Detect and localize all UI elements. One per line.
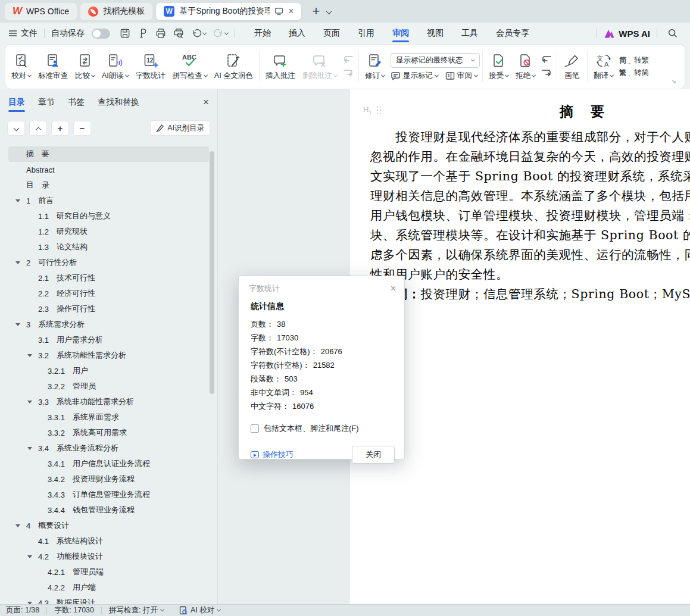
drag-handle-icon[interactable]	[376, 105, 382, 114]
toc-item[interactable]: 摘 要	[8, 146, 209, 162]
toc-item[interactable]: 4 概要设计	[8, 518, 209, 533]
tab-document-active[interactable]: W 基于Spring Boot的投资理财 ×	[156, 3, 301, 20]
toc-item[interactable]: 目 录	[8, 177, 209, 193]
standard-review-button[interactable]: 标准审查	[35, 50, 71, 83]
ribbon-tab[interactable]: 会员专享	[496, 23, 529, 44]
sidebar-scrollbar-thumb[interactable]	[210, 151, 214, 394]
previous-change-icon[interactable]	[541, 55, 552, 65]
toc-item[interactable]: 3.4 系统业务流程分析	[8, 440, 209, 456]
toc-expand-arrow-icon[interactable]	[27, 246, 38, 249]
new-tab-button[interactable]: +	[312, 5, 320, 18]
toc-item[interactable]: 3.2 系统功能性需求分析	[8, 348, 209, 363]
toc-item[interactable]: 3 系统需求分析	[8, 317, 209, 332]
toc-item[interactable]: 4.3 数据库设计	[8, 595, 209, 604]
ribbon-tab[interactable]: 审阅	[392, 23, 409, 44]
toc-item[interactable]: 3.4.4 钱包管理业务流程	[8, 502, 209, 518]
toc-expand-arrow-icon[interactable]	[15, 153, 26, 156]
autosave-toggle[interactable]	[92, 29, 110, 39]
toc-item[interactable]: 4.1 系统结构设计	[8, 533, 209, 549]
sidebar-tab[interactable]: 目录	[8, 89, 25, 115]
ribbon-tab[interactable]: 工具	[461, 23, 478, 44]
ribbon-tab[interactable]: 插入	[289, 23, 305, 44]
toc-item[interactable]: 1.3 论文结构	[8, 239, 209, 255]
toc-item[interactable]: 3.3 系统非功能性需求分析	[8, 394, 209, 409]
translate-button[interactable]: 文A 翻译	[590, 50, 617, 83]
toc-expand-arrow-icon[interactable]	[37, 571, 48, 574]
file-menu[interactable]: 文件	[8, 28, 38, 39]
sidebar-tab[interactable]: 查找和替换	[98, 89, 139, 115]
toc-expand-arrow-icon[interactable]	[27, 540, 38, 543]
sidebar-close-icon[interactable]: ×	[203, 96, 209, 108]
reject-revision-button[interactable]: 拒绝	[512, 50, 539, 83]
next-change-icon[interactable]	[541, 69, 552, 79]
toc-item[interactable]: 3.4.1 用户信息认证业务流程	[8, 456, 209, 471]
toc-collapse-all-button[interactable]	[29, 121, 47, 136]
toc-item[interactable]: 1 前言	[8, 193, 209, 208]
toc-expand-arrow-icon[interactable]	[37, 431, 48, 434]
toc-expand-arrow-icon[interactable]	[37, 493, 48, 496]
toc-item[interactable]: 1.1 研究目的与意义	[8, 208, 209, 224]
toc-item[interactable]: 4.2 功能模块设计	[8, 549, 209, 564]
toc-expand-arrow-icon[interactable]	[37, 478, 48, 481]
toc-expand-arrow-icon[interactable]	[27, 308, 38, 311]
proofread-button[interactable]: 校对	[8, 50, 35, 83]
toc-item[interactable]: 3.2.1 用户	[8, 363, 209, 379]
toc-expand-arrow-icon[interactable]	[37, 462, 48, 465]
tab-docer-templates[interactable]: 找稻壳模板	[80, 3, 152, 20]
search-icon[interactable]	[664, 26, 682, 41]
toc-item[interactable]: 2.3 操作可行性	[8, 301, 209, 317]
wps-ai-button[interactable]: WPS AI	[604, 29, 650, 39]
toc-item[interactable]: 2.2 经济可行性	[8, 286, 209, 301]
toc-item[interactable]: 3.2.2 管理员	[8, 379, 209, 394]
toc-expand-arrow-icon[interactable]	[37, 416, 48, 419]
show-markup-button[interactable]: 显示标记	[391, 71, 438, 81]
tab-list-dropdown-icon[interactable]	[327, 6, 331, 17]
include-footnotes-option[interactable]: 包括文本框、脚注和尾注(F)	[251, 423, 392, 434]
print-button[interactable]	[152, 26, 170, 41]
page-indicator[interactable]: 页面: 1/38	[6, 605, 39, 615]
insert-comment-button[interactable]: 插入批注	[262, 50, 299, 83]
dialog-close-button[interactable]: 关闭	[352, 446, 395, 464]
save-button[interactable]	[116, 26, 134, 41]
toc-expand-arrow-icon[interactable]	[15, 261, 26, 264]
ribbon-tab[interactable]: 开始	[254, 23, 271, 44]
toc-item[interactable]: 1.2 研究现状	[8, 224, 209, 239]
tab-wps-office[interactable]: W WPS Office	[5, 3, 77, 20]
toc-item[interactable]: 2.1 技术可行性	[8, 270, 209, 286]
redo-dropdown-icon[interactable]	[224, 30, 229, 35]
screen-share-icon[interactable]	[274, 7, 283, 15]
toc-item[interactable]: 3.1 用户需求分析	[8, 332, 209, 348]
sidebar-tab[interactable]: 章节	[38, 89, 55, 115]
toc-expand-arrow-icon[interactable]	[37, 586, 48, 589]
toc-expand-arrow-icon[interactable]	[27, 447, 38, 450]
ribbon-expand-icon[interactable]: ↘	[671, 77, 676, 85]
toc-expand-arrow-icon[interactable]	[37, 370, 48, 373]
ribbon-tab[interactable]: 引用	[358, 23, 374, 44]
close-tab-icon[interactable]: ×	[288, 7, 294, 16]
print-preview-button[interactable]	[170, 26, 188, 41]
track-changes-button[interactable]: 修订	[361, 50, 388, 83]
toc-zoom-out-button[interactable]: −	[73, 121, 91, 136]
dialog-close-icon[interactable]: ×	[391, 283, 396, 294]
spell-check-button[interactable]: ABC 拼写检查	[169, 50, 211, 83]
compare-button[interactable]: 比较	[71, 50, 98, 83]
toc-expand-arrow-icon[interactable]	[27, 555, 38, 558]
toc-item[interactable]: 2 可行性分析	[8, 255, 209, 270]
review-pane-button[interactable]: 审阅	[445, 71, 477, 81]
heading-handle[interactable]: H1	[363, 105, 382, 115]
accept-revision-button[interactable]: 接受	[485, 50, 512, 83]
toc-expand-arrow-icon[interactable]	[27, 215, 38, 218]
toc-expand-arrow-icon[interactable]	[15, 184, 26, 187]
ai-recognize-toc-button[interactable]: AI识别目录	[150, 120, 210, 136]
spell-check-status[interactable]: 拼写检查: 打开	[109, 605, 164, 615]
ai-polish-button[interactable]: AI 全文润色	[211, 50, 257, 83]
undo-dropdown-icon[interactable]	[202, 30, 207, 35]
markup-state-dropdown[interactable]: 显示标记的最终状态	[391, 53, 480, 68]
toc-expand-arrow-icon[interactable]	[15, 323, 26, 326]
ai-proofread-status[interactable]: AI 校对	[179, 605, 220, 615]
to-traditional-button[interactable]: 简→ 转繁	[619, 55, 649, 65]
sidebar-tab[interactable]: 书签	[68, 89, 85, 115]
toc-expand-arrow-icon[interactable]	[27, 401, 38, 404]
word-count-button[interactable]: 12 字数统计	[132, 50, 169, 83]
toc-expand-arrow-icon[interactable]	[37, 509, 48, 512]
